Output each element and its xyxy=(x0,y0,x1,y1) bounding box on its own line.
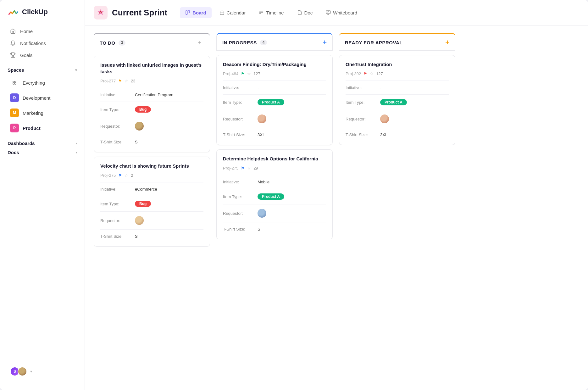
card-todo-1-requestor-row: Requestor: xyxy=(100,120,203,132)
svg-point-0 xyxy=(13,81,14,83)
itemtype-label: Item Type: xyxy=(100,202,135,206)
initiative-label: Initiative: xyxy=(100,187,135,192)
card-todo-2-id: Proj-275 xyxy=(100,173,116,178)
sidebar-item-product[interactable]: P Product xyxy=(3,120,82,136)
card-ap-1-title: OneTrust Integration xyxy=(346,61,449,68)
initiative-value: - xyxy=(258,85,259,90)
todo-cards-list: Issues with linked unfurled images in gu… xyxy=(94,56,210,247)
requestor-avatar-ip2 xyxy=(258,209,266,218)
requestor-label: Requestor: xyxy=(223,211,258,216)
column-title-inprogress: IN PROGRESS xyxy=(222,40,257,45)
card-ip-2-initiative-row: Initiative: Mobile xyxy=(223,178,326,186)
dashboards-chevron[interactable]: › xyxy=(76,141,77,146)
docs-chevron[interactable]: › xyxy=(76,150,77,155)
card-todo-1-meta: Proj-277 ⚑ ☆ 23 xyxy=(100,79,203,83)
sprint-title: Current Sprint xyxy=(112,8,167,18)
card-todo-1: Issues with linked unfurled images in gu… xyxy=(94,56,210,152)
sidebar-footer: S ▾ xyxy=(0,359,85,384)
approval-cards-list: OneTrust Integration Proj-392 ⚑ ☆ 127 In… xyxy=(339,55,455,145)
spaces-label: Spaces xyxy=(8,67,24,73)
card-ip-1-title: Deacom Finding: Dry/Trim/Packaging xyxy=(223,61,326,68)
clickup-logo-icon xyxy=(8,6,19,18)
requestor-avatar-1 xyxy=(135,122,144,131)
divider xyxy=(223,222,326,222)
home-icon xyxy=(10,28,16,34)
card-ip-2-meta: Proj-275 ⚑ ☆ 29 xyxy=(223,166,326,170)
card-todo-2-title: Velocity chart is showing future Sprints xyxy=(100,163,203,169)
flag-blue-icon: ⚑ xyxy=(118,173,122,178)
divider xyxy=(346,94,449,95)
flag-blue-icon: ⚑ xyxy=(241,166,245,170)
divider xyxy=(100,102,203,102)
card-inprogress-2: Determine Helpdesk Options for Californi… xyxy=(216,149,333,239)
divider xyxy=(223,94,326,95)
divider xyxy=(223,110,326,110)
tab-board[interactable]: Board xyxy=(180,7,211,18)
todo-add-button[interactable]: + xyxy=(195,38,204,47)
avatars-group: S xyxy=(10,367,27,376)
divider xyxy=(223,204,326,204)
card-ip-2-id: Proj-275 xyxy=(223,166,238,170)
column-title-todo: TO DO xyxy=(100,40,115,46)
sidebar-item-notifications[interactable]: Notifications xyxy=(3,37,82,49)
marketing-label: Marketing xyxy=(23,110,43,116)
doc-icon xyxy=(297,10,302,15)
sidebar-item-development[interactable]: D Development xyxy=(3,90,82,105)
svg-rect-4 xyxy=(186,11,187,14)
tshirt-value: S xyxy=(135,234,138,239)
column-title-wrap-inprogress: IN PROGRESS 4 xyxy=(222,40,267,45)
tab-whiteboard-label: Whiteboard xyxy=(333,10,357,15)
card-todo-1-title: Issues with linked unfurled images in gu… xyxy=(100,62,203,75)
whiteboard-icon xyxy=(326,10,331,15)
card-ip-2-itemtype-row: Item Type: Product A xyxy=(223,192,326,202)
dashboards-section: Dashboards › xyxy=(0,141,85,148)
column-count-inprogress: 4 xyxy=(260,40,267,45)
card-ip-1-meta: Proj-484 ⚑ ☆ 127 xyxy=(223,71,326,76)
inprogress-add-button[interactable]: + xyxy=(323,38,327,47)
approval-add-button[interactable]: + xyxy=(445,38,449,47)
home-label: Home xyxy=(20,29,33,34)
tab-calendar[interactable]: Calendar xyxy=(214,7,251,18)
card-inprogress-1: Deacom Finding: Dry/Trim/Packaging Proj-… xyxy=(216,55,333,145)
card-ip-1-tshirt-row: T-Shirt Size: 3XL xyxy=(223,131,326,139)
tshirt-label: T-Shirt Size: xyxy=(100,140,135,144)
sidebar-item-everything[interactable]: Everything xyxy=(3,75,82,90)
header: Current Sprint Board Calendar Timeline D… xyxy=(85,0,588,25)
dashboards-label: Dashboards xyxy=(8,141,35,146)
divider xyxy=(346,110,449,110)
tab-doc[interactable]: Doc xyxy=(292,7,318,18)
card-ip-1-score: 127 xyxy=(253,71,260,76)
column-inprogress: IN PROGRESS 4 + Deacom Finding: Dry/Trim… xyxy=(216,33,333,382)
flag-orange-icon: ⚑ xyxy=(118,79,122,83)
header-tabs: Board Calendar Timeline Doc Whiteboard xyxy=(180,7,363,18)
divider xyxy=(223,128,326,128)
tshirt-label: T-Shirt Size: xyxy=(223,227,258,231)
requestor-avatar-ap1 xyxy=(380,114,389,123)
board-icon xyxy=(185,10,190,15)
card-todo-2-tshirt-row: T-Shirt Size: S xyxy=(100,232,203,241)
tab-timeline[interactable]: Timeline xyxy=(253,7,289,18)
star-icon: ☆ xyxy=(125,79,128,83)
tab-whiteboard[interactable]: Whiteboard xyxy=(320,7,363,18)
user-account[interactable]: S ▾ xyxy=(8,364,77,379)
sidebar-item-goals[interactable]: Goals xyxy=(3,49,82,61)
card-todo-1-tshirt-row: T-Shirt Size: S xyxy=(100,138,203,146)
card-todo-1-initiative-row: Initiative: Certification Program xyxy=(100,91,203,99)
card-ap-1-itemtype-row: Item Type: Product A xyxy=(346,97,449,107)
divider xyxy=(100,117,203,117)
initiative-label: Initiative: xyxy=(100,92,135,97)
divider xyxy=(223,81,326,81)
svg-rect-6 xyxy=(220,11,224,15)
card-ip-2-requestor-row: Requestor: xyxy=(223,207,326,220)
item-type-tag-bug: Bug xyxy=(135,106,151,113)
sidebar-item-home[interactable]: Home xyxy=(3,25,82,37)
divider xyxy=(100,196,203,196)
flag-green-icon: ⚑ xyxy=(241,71,245,76)
sidebar-item-marketing[interactable]: M Marketing xyxy=(3,105,82,120)
divider xyxy=(346,81,449,81)
tab-calendar-label: Calendar xyxy=(227,10,246,15)
tshirt-value: S xyxy=(258,227,260,231)
spaces-section: Spaces ▾ xyxy=(0,67,85,75)
spaces-chevron[interactable]: ▾ xyxy=(75,68,77,72)
star-icon: ☆ xyxy=(125,173,128,178)
